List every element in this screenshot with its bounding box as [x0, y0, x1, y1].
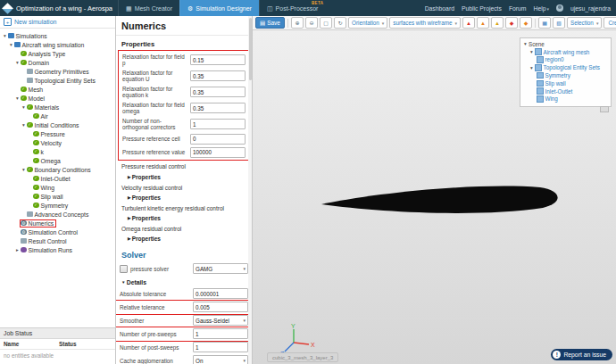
- tab-label: Mesh Creator: [135, 5, 172, 12]
- tab-simulation-designer[interactable]: ⚙ Simulation Designer: [179, 0, 259, 16]
- relaxation-u-input[interactable]: 0.35: [190, 70, 246, 81]
- user-name[interactable]: ujesu_rajendra: [570, 5, 611, 12]
- expander-icon[interactable]: ▾: [14, 60, 21, 65]
- scene-tree-item-scene[interactable]: ▾Scene: [522, 40, 609, 48]
- pressure-reference-cell-input[interactable]: 0: [190, 134, 246, 145]
- expander-icon[interactable]: ▾: [529, 49, 535, 54]
- smoother-select[interactable]: Gauss-Seidel: [193, 315, 248, 326]
- clip-plane-icon[interactable]: ▲: [462, 17, 475, 29]
- tree-item-k[interactable]: k: [0, 147, 115, 156]
- nav-forum[interactable]: Forum: [509, 5, 527, 12]
- item-icon: [27, 69, 33, 75]
- simscale-logo[interactable]: [2, 3, 13, 14]
- zoom-out-icon[interactable]: ⊖: [305, 17, 318, 29]
- pressure-solver-select[interactable]: GAMG: [193, 263, 248, 274]
- tree-item-velocity[interactable]: Velocity: [0, 138, 115, 147]
- scene-tree-item-aircraft-wing-mesh[interactable]: ▾Aircraft wing mesh: [522, 48, 609, 56]
- tree-item-simulation-runs[interactable]: ▸Simulation Runs: [0, 245, 115, 254]
- scene-tree-item-slip-wall[interactable]: Slip wall: [522, 79, 609, 87]
- nav-help[interactable]: Help▾: [534, 5, 550, 12]
- tree-item-inlet-outlet[interactable]: Inlet-Outlet: [0, 174, 115, 183]
- tab-post-processor[interactable]: BETA ◫ Post-Processor: [259, 0, 325, 16]
- tree-item-symmetry[interactable]: Symmetry: [0, 201, 115, 210]
- relative-tolerance-input[interactable]: 0.005: [193, 302, 248, 312]
- expander-icon[interactable]: ▾: [529, 65, 535, 70]
- pressure-residual-properties-toggle[interactable]: Properties: [121, 171, 246, 181]
- relaxation-omega-input[interactable]: 0.35: [190, 103, 246, 113]
- orbit-icon[interactable]: ↻: [334, 17, 346, 29]
- tree-item-result-control[interactable]: Result Control: [0, 236, 115, 245]
- details-toggle[interactable]: Details: [116, 276, 252, 287]
- tree-item-materials[interactable]: ▾Materials: [0, 103, 115, 112]
- expander-icon[interactable]: ▾: [522, 41, 529, 46]
- show-hide-icon[interactable]: ▦: [538, 17, 551, 29]
- wing-mesh-model[interactable]: [317, 170, 576, 226]
- tree-item-domain[interactable]: ▾Domain: [0, 58, 115, 67]
- tab-mesh-creator[interactable]: ▦ Mesh Creator: [118, 0, 179, 16]
- tree-item-mesh[interactable]: Mesh: [0, 85, 115, 94]
- tree-item-initial-conditions[interactable]: ▾Initial Conditions: [0, 120, 115, 129]
- probe-point-icon[interactable]: ◆: [505, 17, 518, 29]
- expander-icon[interactable]: ▾: [21, 104, 27, 110]
- pressure-reference-value-input[interactable]: 100000: [190, 147, 246, 158]
- tree-item-simulation-control[interactable]: Simulation Control: [0, 228, 115, 236]
- relaxation-k-input[interactable]: 0.35: [190, 87, 246, 97]
- selection-dropdown[interactable]: Selection: [567, 17, 602, 29]
- pressure-solver-icon[interactable]: [120, 265, 128, 273]
- cache-agglomeration-select[interactable]: On: [193, 355, 248, 364]
- scene-tree-item-inlet-outlet[interactable]: Inlet-Outlet: [522, 87, 609, 95]
- report-issue-button[interactable]: Report an issue: [551, 349, 612, 360]
- mesh-name-tag[interactable]: cubic_3_mesh_3_layer_3: [267, 352, 338, 362]
- velocity-residual-section: Velocity residual control Properties: [116, 181, 252, 202]
- tree-item-topological-entity-sets[interactable]: Topological Entity Sets: [0, 76, 115, 85]
- absolute-tolerance-input[interactable]: 0.000001: [193, 288, 248, 299]
- expander-icon[interactable]: ▾: [2, 33, 8, 38]
- tree-item-air[interactable]: Air: [0, 112, 115, 120]
- tree-item-boundary-conditions[interactable]: ▾Boundary Conditions: [0, 165, 115, 174]
- create-set-button[interactable]: Create set: [604, 17, 616, 29]
- expander-icon[interactable]: ▸: [14, 247, 21, 252]
- zoom-in-icon[interactable]: ⊕: [291, 17, 304, 29]
- tree-item-wing[interactable]: Wing: [0, 183, 115, 192]
- panel-scrollbar[interactable]: [248, 16, 252, 364]
- scene-tree-item-region0[interactable]: region0: [522, 56, 609, 64]
- scene-tree-item-symmetry[interactable]: Symmetry: [522, 71, 609, 79]
- orientation-dropdown[interactable]: Orientation: [348, 17, 387, 29]
- nav-dashboard[interactable]: Dashboard: [425, 5, 454, 12]
- render-mode-dropdown[interactable]: surfaces with wireframe: [389, 17, 461, 29]
- tree-item-aircraft-wing-simulation[interactable]: ▾Aircraft wing simulation: [0, 40, 115, 49]
- fit-view-icon[interactable]: ▢: [320, 17, 332, 29]
- tree-item-numerics[interactable]: Numerics: [0, 219, 115, 228]
- tree-item-pressure[interactable]: Pressure: [0, 129, 115, 138]
- transparency-icon[interactable]: ▧: [553, 17, 565, 29]
- expander-icon[interactable]: ▾: [8, 42, 14, 47]
- relaxation-p-input[interactable]: 0.15: [190, 54, 246, 65]
- tree-item-analysis-type[interactable]: Analysis Type: [0, 49, 115, 58]
- nav-public-projects[interactable]: Public Projects: [462, 5, 502, 12]
- tree-item-simulations[interactable]: ▾Simulations: [0, 31, 115, 40]
- velocity-residual-properties-toggle[interactable]: Properties: [121, 192, 246, 202]
- new-simulation-button[interactable]: + New simulation: [0, 16, 115, 29]
- expander-icon[interactable]: ▾: [21, 167, 27, 172]
- tke-residual-properties-toggle[interactable]: Properties: [121, 212, 246, 222]
- tree-item-model[interactable]: ▾Model: [0, 94, 115, 103]
- expander-icon[interactable]: ▾: [14, 95, 21, 101]
- tree-item-advanced-concepts[interactable]: Advanced Concepts: [0, 210, 115, 219]
- scene-tree-item-wing[interactable]: Wing: [522, 95, 609, 103]
- viewport-canvas[interactable]: ▾Scene ▾Aircraft wing mesh region0 ▾Topo…: [253, 29, 616, 364]
- crinkle-clip-icon[interactable]: ▲: [477, 17, 489, 29]
- iso-surface-icon[interactable]: ▲: [491, 17, 504, 29]
- ruler-icon[interactable]: ◆: [520, 17, 532, 29]
- scene-tree-item-topological-entity-sets[interactable]: ▾Topological Entity Sets: [522, 63, 609, 71]
- tree-item-omega[interactable]: Omega: [0, 156, 115, 165]
- save-button[interactable]: ▤ Save: [255, 17, 285, 29]
- pre-sweeps-input[interactable]: 1: [193, 328, 248, 339]
- check-icon: [33, 203, 39, 209]
- non-orthogonal-correctors-input[interactable]: 1: [190, 119, 246, 129]
- post-sweeps-input[interactable]: 1: [193, 342, 248, 352]
- omega-residual-properties-toggle[interactable]: Properties: [121, 233, 246, 243]
- tree-item-slip-wall[interactable]: Slip wall: [0, 192, 115, 201]
- scene-tree-resize-handle[interactable]: [600, 106, 609, 112]
- tree-item-geometry-primitives[interactable]: Geometry Primitives: [0, 67, 115, 76]
- expander-icon[interactable]: ▾: [21, 122, 27, 128]
